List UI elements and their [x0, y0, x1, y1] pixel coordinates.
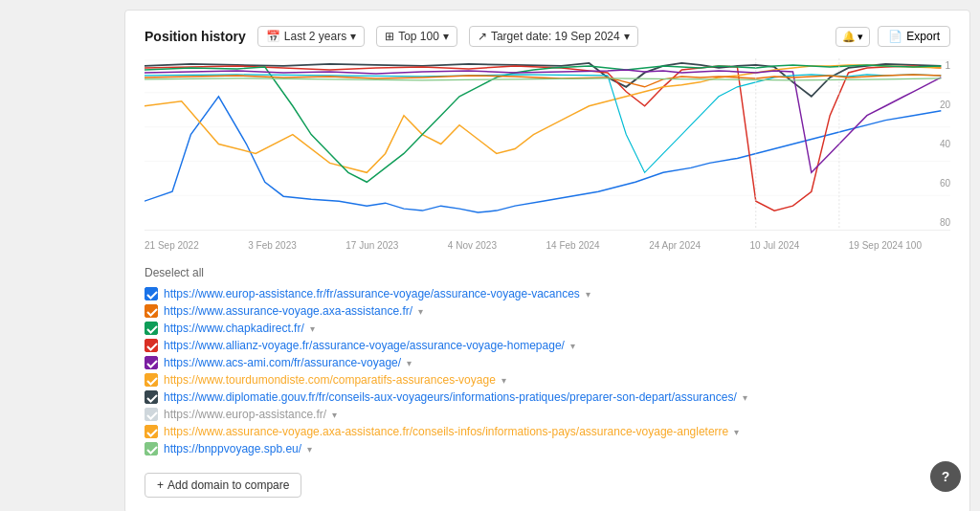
chevron-down-icon4: ▾ [858, 31, 863, 43]
domain-arrow-3[interactable]: ▾ [310, 323, 315, 334]
export-btn[interactable]: 📄 Export [878, 26, 950, 47]
list-item: https://www.europ-assistance.fr/fr/assur… [145, 285, 950, 302]
x-label-7: 10 Jul 2024 [750, 240, 800, 251]
domain-url-4[interactable]: https://www.allianz-voyage.fr/assurance-… [164, 339, 565, 352]
add-domain-btn[interactable]: + Add domain to compare [145, 473, 301, 498]
top-icon: ⊞ [385, 30, 394, 43]
position-chart: 1 20 40 60 80 [145, 58, 950, 231]
add-domain-label: Add domain to compare [167, 478, 289, 492]
card-title: Position history [145, 29, 246, 44]
domain-url-5[interactable]: https://www.acs-ami.com/fr/assurance-voy… [164, 356, 401, 369]
help-btn[interactable]: ? [930, 461, 961, 492]
domain-url-9[interactable]: https://www.assurance-voyage.axa-assista… [164, 425, 728, 438]
list-item: https://www.acs-ami.com/fr/assurance-voy… [145, 354, 950, 371]
domain-arrow-7[interactable]: ▾ [743, 392, 747, 403]
domain-url-10[interactable]: https://bnppvoyage.spb.eu/ [164, 442, 301, 455]
domain-checkbox-9[interactable] [145, 425, 158, 438]
period-icon: 📅 [266, 30, 280, 43]
y-label-1: 1 [922, 60, 950, 71]
domain-arrow-10[interactable]: ▾ [307, 444, 312, 455]
bell-icon: 🔔 [842, 31, 856, 43]
x-axis-labels: 21 Sep 2022 3 Feb 2023 17 Jun 2023 4 Nov… [145, 238, 950, 258]
header-actions: 🔔 ▾ 📄 Export [835, 26, 950, 47]
list-item: https://www.allianz-voyage.fr/assurance-… [145, 337, 950, 354]
domain-arrow-2[interactable]: ▾ [418, 306, 423, 317]
domain-url-3[interactable]: https://www.chapkadirect.fr/ [164, 322, 304, 335]
domain-url-7[interactable]: https://www.diplomatie.gouv.fr/fr/consei… [164, 390, 737, 404]
card-header: Position history 📅 Last 2 years ▾ ⊞ Top … [145, 26, 950, 47]
domain-url-2[interactable]: https://www.assurance-voyage.axa-assista… [164, 304, 412, 318]
export-icon: 📄 [888, 30, 902, 43]
domain-checkbox-7[interactable] [145, 390, 158, 404]
list-item: https://bnppvoyage.spb.eu/ ▾ [145, 440, 950, 457]
domain-url-8[interactable]: https://www.europ-assistance.fr/ [164, 408, 326, 421]
y-label-20: 20 [922, 100, 950, 110]
x-label-3: 17 Jun 2023 [345, 240, 398, 251]
domain-url-1[interactable]: https://www.europ-assistance.fr/fr/assur… [164, 287, 580, 300]
chevron-down-icon2: ▾ [443, 30, 449, 43]
notification-btn[interactable]: 🔔 ▾ [835, 27, 870, 47]
domain-arrow-9[interactable]: ▾ [734, 427, 739, 437]
domain-arrow-4[interactable]: ▾ [570, 341, 575, 351]
x-label-1: 21 Sep 2022 [145, 240, 199, 251]
chart-svg [145, 58, 950, 230]
top-label: Top 100 [398, 30, 439, 43]
y-axis: 1 20 40 60 80 [922, 58, 950, 230]
list-item: https://www.europ-assistance.fr/ ▾ [145, 406, 950, 423]
domain-checkbox-6[interactable] [145, 373, 158, 387]
domain-arrow-5[interactable]: ▾ [407, 358, 412, 368]
chevron-down-icon: ▾ [350, 30, 356, 43]
x-label-6: 24 Apr 2024 [649, 240, 701, 251]
list-item: https://www.diplomatie.gouv.fr/fr/consei… [145, 389, 950, 406]
list-item: https://www.tourdumondiste.com/comparati… [145, 371, 950, 389]
target-date-btn[interactable]: ↗ Target date: 19 Sep 2024 ▾ [469, 26, 638, 47]
list-item: https://www.chapkadirect.fr/ ▾ [145, 320, 950, 337]
x-label-5: 14 Feb 2024 [546, 240, 599, 251]
period-label: Last 2 years [284, 30, 346, 43]
y-label-40: 40 [922, 139, 950, 149]
plus-icon: + [157, 478, 164, 492]
domain-checkbox-3[interactable] [145, 322, 158, 335]
list-item: https://www.assurance-voyage.axa-assista… [145, 423, 950, 440]
domain-checkbox-4[interactable] [145, 339, 158, 352]
domain-checkbox-5[interactable] [145, 356, 158, 369]
domain-url-6[interactable]: https://www.tourdumondiste.com/comparati… [164, 373, 496, 387]
list-item: https://www.assurance-voyage.axa-assista… [145, 302, 950, 320]
deselect-all-btn[interactable]: Deselect all [145, 266, 950, 279]
domain-list: https://www.europ-assistance.fr/fr/assur… [145, 285, 950, 457]
domain-arrow-1[interactable]: ▾ [586, 289, 590, 300]
top-filter-btn[interactable]: ⊞ Top 100 ▾ [376, 26, 457, 47]
y-label-80: 80 [922, 217, 950, 228]
x-label-8: 19 Sep 2024 100 [849, 240, 922, 251]
y-label-60: 60 [922, 178, 950, 189]
x-label-2: 3 Feb 2023 [248, 240, 297, 251]
domain-checkbox-1[interactable] [145, 287, 158, 300]
x-label-4: 4 Nov 2023 [448, 240, 497, 251]
chevron-down-icon3: ▾ [624, 30, 630, 43]
domain-checkbox-10[interactable] [145, 442, 158, 455]
domain-arrow-8[interactable]: ▾ [332, 410, 337, 420]
domain-arrow-6[interactable]: ▾ [501, 375, 506, 386]
period-filter-btn[interactable]: 📅 Last 2 years ▾ [257, 26, 365, 47]
export-label: Export [906, 30, 940, 43]
target-icon: ↗ [478, 30, 487, 43]
domain-checkbox-8[interactable] [145, 408, 158, 421]
target-label: Target date: 19 Sep 2024 [491, 30, 620, 43]
position-history-card: Position history 📅 Last 2 years ▾ ⊞ Top … [124, 10, 970, 511]
domain-checkbox-2[interactable] [145, 304, 158, 318]
question-mark-icon: ? [942, 469, 950, 484]
